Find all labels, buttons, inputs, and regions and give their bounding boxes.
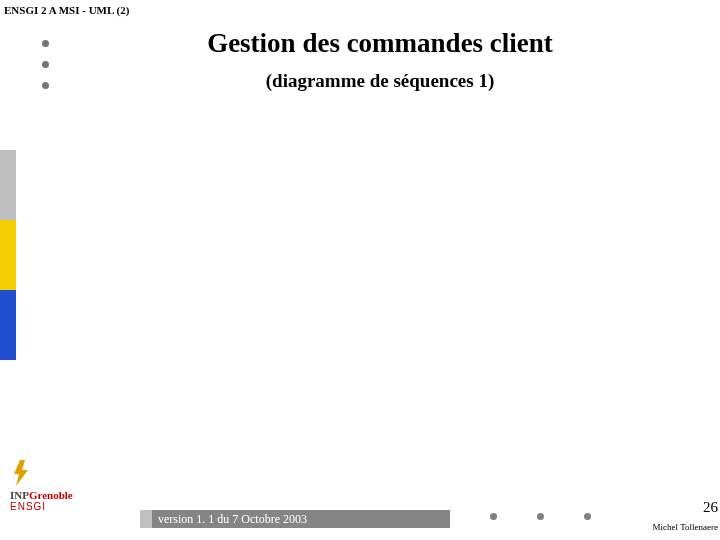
bullet-dot-icon	[584, 513, 591, 520]
institution-logo: INPGrenoble ENSGI	[10, 460, 73, 512]
slide-subtitle: (diagramme de séquences 1)	[60, 70, 700, 92]
svg-marker-0	[14, 460, 28, 486]
footer-version-bar: version 1. 1 du 7 Octobre 2003	[140, 510, 450, 528]
logo-text-line2: ENSGI	[10, 501, 73, 512]
slide-title: Gestion des commandes client	[60, 28, 700, 59]
stripe-blue	[0, 290, 16, 360]
header-course-label: ENSGI 2 A MSI - UML (2)	[4, 4, 129, 16]
logo-text-inp: INP	[10, 489, 29, 501]
left-bullet-dots	[42, 40, 49, 103]
stripe-yellow	[0, 220, 16, 290]
bullet-dot-icon	[537, 513, 544, 520]
sidebar-color-stripes	[0, 150, 16, 360]
bullet-dot-icon	[42, 61, 49, 68]
slide: ENSGI 2 A MSI - UML (2) Gestion des comm…	[0, 0, 720, 540]
page-number: 26	[703, 499, 718, 516]
bottom-bullet-dots	[490, 506, 627, 524]
logo-text-grenoble: Grenoble	[29, 489, 73, 501]
bullet-dot-icon	[490, 513, 497, 520]
bullet-dot-icon	[42, 82, 49, 89]
stripe-gray	[0, 150, 16, 220]
logo-text-line1: INPGrenoble	[10, 490, 73, 501]
author-name: Michel Tollenaere	[653, 522, 718, 532]
bullet-dot-icon	[42, 40, 49, 47]
bolt-icon	[10, 460, 73, 490]
